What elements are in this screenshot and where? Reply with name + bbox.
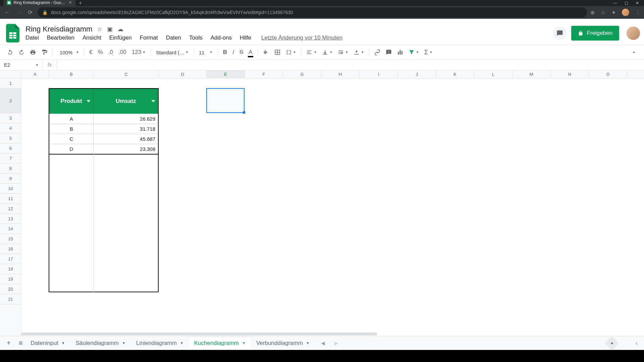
- reload-button[interactable]: ⟳: [26, 9, 34, 16]
- font-size-select[interactable]: 11▼: [197, 48, 215, 57]
- format-percent-button[interactable]: %: [96, 47, 105, 58]
- spreadsheet-grid[interactable]: ABCDEFGHIJKLMNO 123456789101112131415161…: [0, 70, 644, 336]
- close-window-icon[interactable]: ✕: [636, 1, 639, 5]
- cell-produkt[interactable]: A: [49, 114, 94, 124]
- menu-einfuegen[interactable]: Einfügen: [109, 34, 135, 42]
- filter-icon[interactable]: [151, 100, 155, 103]
- column-header-i[interactable]: I: [360, 70, 398, 78]
- column-header-b[interactable]: B: [49, 70, 94, 78]
- text-rotation-button[interactable]: ▼: [351, 47, 366, 57]
- insert-link-button[interactable]: [372, 47, 383, 57]
- font-select[interactable]: Standard (…▼: [154, 48, 191, 57]
- chevron-down-icon[interactable]: ▼: [306, 341, 310, 345]
- menu-bearbeiten[interactable]: Bearbeiten: [47, 34, 78, 42]
- menu-daten[interactable]: Daten: [166, 34, 184, 42]
- row-header-15[interactable]: 15: [0, 234, 21, 244]
- cell-umsatz[interactable]: 45.687: [94, 134, 158, 144]
- row-header-2[interactable]: 2: [0, 88, 21, 113]
- filter-button[interactable]: ▼: [406, 47, 421, 57]
- row-header-1[interactable]: 1: [0, 78, 21, 88]
- extensions-icon[interactable]: ✦: [611, 9, 616, 16]
- cloud-status-icon[interactable]: ☁: [117, 25, 123, 33]
- menu-hilfe[interactable]: Hilfe: [240, 34, 255, 42]
- last-edit-text[interactable]: Letzte Änderung vor 10 Minuten: [261, 35, 342, 41]
- cell-produkt[interactable]: C: [49, 134, 94, 144]
- column-header-j[interactable]: J: [398, 70, 436, 78]
- column-header-h[interactable]: H: [321, 70, 360, 78]
- print-button[interactable]: [28, 47, 38, 57]
- row-header-17[interactable]: 17: [0, 254, 21, 264]
- chevron-down-icon[interactable]: ▼: [242, 341, 246, 345]
- menu-tools[interactable]: Tools: [189, 34, 206, 42]
- sheet-nav-left[interactable]: ◀: [318, 340, 328, 346]
- forward-button[interactable]: →: [15, 9, 23, 16]
- zoom-icon[interactable]: ⊕: [590, 9, 595, 16]
- column-header-n[interactable]: N: [551, 70, 589, 78]
- browser-menu-icon[interactable]: ⋮: [635, 9, 641, 16]
- select-all-corner[interactable]: [0, 70, 21, 78]
- cell-umsatz[interactable]: 31.718: [94, 124, 158, 134]
- chevron-down-icon[interactable]: ▼: [62, 341, 65, 345]
- fill-color-button[interactable]: [261, 47, 271, 57]
- row-header-4[interactable]: 4: [0, 123, 21, 133]
- row-header-14[interactable]: 14: [0, 224, 21, 234]
- account-avatar[interactable]: [627, 26, 640, 40]
- browser-profile-avatar[interactable]: [622, 9, 629, 16]
- row-header-10[interactable]: 10: [0, 184, 21, 194]
- column-header-o[interactable]: O: [589, 70, 627, 78]
- text-wrap-button[interactable]: ▼: [335, 47, 351, 57]
- h-align-button[interactable]: ▼: [304, 47, 319, 57]
- column-header-l[interactable]: L: [474, 70, 513, 78]
- more-formats-button[interactable]: 123▼: [129, 47, 148, 58]
- strikethrough-button[interactable]: S: [237, 47, 246, 58]
- sheet-tab-liniendiagramm[interactable]: Liniendiagramm▼: [131, 337, 189, 349]
- table-header-produkt[interactable]: Produkt: [49, 89, 94, 114]
- menu-datei[interactable]: Datei: [25, 34, 42, 42]
- address-bar[interactable]: 🔒 docs.google.com/spreadsheets/d/16sZAG8…: [38, 7, 587, 17]
- side-panel-collapse-button[interactable]: ‹: [633, 340, 640, 346]
- v-align-button[interactable]: ▼: [320, 47, 335, 57]
- cell-umsatz[interactable]: 26.629: [94, 114, 158, 124]
- row-header-19[interactable]: 19: [0, 274, 21, 284]
- all-sheets-button[interactable]: ≡: [16, 339, 25, 347]
- column-header-e[interactable]: E: [207, 70, 245, 78]
- sheet-tab-dateninput[interactable]: Dateninput▼: [25, 337, 70, 349]
- paint-format-button[interactable]: [39, 47, 50, 57]
- column-header-k[interactable]: K: [436, 70, 474, 78]
- cells-area[interactable]: Produkt Umsatz A26.629B31.718C45.687D23.…: [21, 78, 644, 336]
- table-header-umsatz[interactable]: Umsatz: [94, 89, 158, 114]
- row-header-18[interactable]: 18: [0, 264, 21, 274]
- menu-addons[interactable]: Add-ons: [211, 34, 235, 42]
- collapse-toolbar-button[interactable]: [629, 47, 639, 57]
- chevron-down-icon[interactable]: ▼: [180, 341, 183, 345]
- sheet-tab-kuchendiagramm[interactable]: Kuchendiagramm▼: [189, 337, 251, 349]
- row-header-11[interactable]: 11: [0, 194, 21, 204]
- bookmark-icon[interactable]: ☆: [601, 9, 605, 16]
- row-header-13[interactable]: 13: [0, 214, 21, 224]
- sheet-tab-verbunddiagramm[interactable]: Verbunddiagramm▼: [251, 337, 315, 349]
- column-header-c[interactable]: C: [94, 70, 159, 78]
- text-color-button[interactable]: A: [246, 47, 255, 58]
- italic-button[interactable]: I: [230, 47, 236, 58]
- row-header-16[interactable]: 16: [0, 244, 21, 254]
- column-header-g[interactable]: G: [283, 70, 321, 78]
- sheets-logo[interactable]: [6, 24, 20, 43]
- name-box[interactable]: E2 ▼: [0, 60, 43, 70]
- filter-icon[interactable]: [87, 100, 91, 103]
- row-header-8[interactable]: 8: [0, 164, 21, 174]
- sheet-tab-säulendiagramm[interactable]: Säulendiagramm▼: [70, 337, 131, 349]
- merge-button[interactable]: ▼: [283, 47, 299, 57]
- back-button[interactable]: ←: [3, 9, 11, 16]
- column-header-m[interactable]: M: [513, 70, 551, 78]
- maximize-icon[interactable]: ▢: [625, 1, 628, 5]
- add-sheet-button[interactable]: +: [4, 339, 13, 347]
- column-header-d[interactable]: D: [159, 70, 207, 78]
- row-header-5[interactable]: 5: [0, 133, 21, 143]
- explore-button[interactable]: ✦: [605, 336, 619, 350]
- minimize-icon[interactable]: —: [613, 1, 617, 5]
- zoom-select[interactable]: 100%▼: [55, 48, 81, 57]
- row-header-20[interactable]: 20: [0, 284, 21, 294]
- row-header-6[interactable]: 6: [0, 143, 21, 154]
- chevron-down-icon[interactable]: ▼: [122, 341, 125, 345]
- redo-button[interactable]: [16, 47, 27, 57]
